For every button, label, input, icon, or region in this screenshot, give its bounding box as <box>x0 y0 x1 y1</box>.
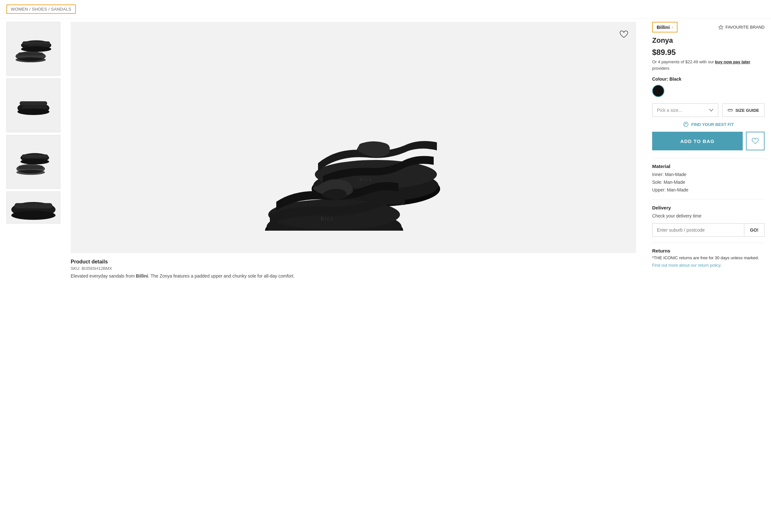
bnpl-suffix: providers <box>652 66 669 71</box>
material-inner: Inner: Man-Made <box>652 171 765 179</box>
wishlist-heart-button[interactable] <box>618 28 630 40</box>
svg-rect-9 <box>22 105 47 109</box>
add-to-wishlist-button[interactable] <box>746 132 765 150</box>
svg-rect-12 <box>22 155 48 158</box>
heart-icon <box>752 138 759 144</box>
returns-note: *THE ICONIC returns are free for 30 days… <box>652 255 765 260</box>
add-to-bag-button[interactable]: ADD TO BAG <box>652 132 743 150</box>
bnpl-link[interactable]: buy now pay later <box>715 59 750 64</box>
returns-title: Returns <box>652 248 765 253</box>
svg-point-34 <box>684 122 688 127</box>
delivery-section: Delivery Check your delivery time GO! <box>652 205 765 237</box>
bnpl-prefix: Or 4 payments of $22.49 with our <box>652 59 715 64</box>
brand-link[interactable]: Billini › <box>652 22 678 32</box>
divider-1 <box>652 158 765 158</box>
svg-rect-5 <box>18 52 43 55</box>
svg-point-13 <box>21 159 49 164</box>
colour-value: Black <box>669 76 681 82</box>
product-description: Elevated everyday sandals from Billini. … <box>71 273 636 279</box>
product-price: $89.95 <box>652 48 765 57</box>
divider-2 <box>652 199 765 200</box>
breadcrumb-bar: WOMEN / SHOES / SANDALS <box>0 0 771 19</box>
fit-icon <box>683 121 689 127</box>
delivery-go-label: GO! <box>750 227 758 233</box>
find-fit-label: FIND YOUR BEST FIT <box>691 122 734 127</box>
colour-label: Colour: Black <box>652 76 765 82</box>
product-name: Zonya <box>652 36 765 45</box>
ruler-icon <box>728 108 733 113</box>
svg-rect-8 <box>20 101 47 105</box>
brand-name: Billini <box>657 24 670 30</box>
size-placeholder: Pick a size... <box>657 108 682 113</box>
svg-point-10 <box>17 108 49 115</box>
chevron-down-icon <box>709 109 713 112</box>
material-upper: Upper: Man-Made <box>652 186 765 194</box>
material-sole: Sole: Man-Made <box>652 179 765 186</box>
size-select[interactable]: Pick a size... <box>652 103 718 117</box>
colour-swatches <box>652 85 765 97</box>
thumbnail-3[interactable] <box>6 135 60 189</box>
material-section: Material Inner: Man-Made Sole: Man-Made … <box>652 164 765 194</box>
svg-rect-18 <box>14 203 53 208</box>
delivery-title: Delivery <box>652 205 765 210</box>
divider-3 <box>652 243 765 243</box>
svg-line-35 <box>685 125 685 125</box>
add-to-bag-label: ADD TO BAG <box>680 138 715 144</box>
svg-text:BILL: BILL <box>360 177 373 182</box>
chevron-right-icon: › <box>672 25 673 30</box>
favourite-brand-label: FAVOURITE BRAND <box>725 25 765 30</box>
delivery-subtitle: Check your delivery time <box>652 212 765 220</box>
size-guide-label: SIZE GUIDE <box>735 108 759 113</box>
delivery-go-button[interactable]: GO! <box>744 224 764 236</box>
delivery-input-row: GO! <box>652 223 765 237</box>
thumbnail-list <box>6 19 64 282</box>
breadcrumb[interactable]: WOMEN / SHOES / SANDALS <box>6 4 76 14</box>
product-sku: SKU: BI358SH12BMX <box>71 266 636 271</box>
size-guide-button[interactable]: SIZE GUIDE <box>722 103 765 117</box>
bnpl-text: Or 4 payments of $22.49 with our buy now… <box>652 59 765 71</box>
delivery-postcode-input[interactable] <box>652 224 744 236</box>
brand-row: Billini › FAVOURITE BRAND <box>652 22 765 32</box>
page-layout: BILL BILL <box>0 19 771 291</box>
add-to-bag-row: ADD TO BAG <box>652 132 765 150</box>
product-main-image: BILL BILL <box>263 44 443 231</box>
svg-text:BILL: BILL <box>321 217 334 221</box>
svg-point-16 <box>16 170 45 175</box>
product-details-section: Product details SKU: BI358SH12BMX Elevat… <box>71 253 636 279</box>
svg-point-6 <box>15 58 46 62</box>
right-panel: Billini › FAVOURITE BRAND Zonya $89.95 O… <box>643 19 765 282</box>
returns-section: Returns *THE ICONIC returns are free for… <box>652 248 765 268</box>
star-icon <box>718 25 723 30</box>
main-image-area: BILL BILL <box>64 19 643 282</box>
returns-policy-link[interactable]: Find out more about our return policy. <box>652 263 722 268</box>
colour-swatch-black[interactable] <box>652 85 664 97</box>
thumbnail-1[interactable] <box>6 22 60 76</box>
find-best-fit-button[interactable]: FIND YOUR BEST FIT <box>652 121 765 127</box>
favourite-brand-button[interactable]: FAVOURITE BRAND <box>718 25 765 30</box>
material-title: Material <box>652 164 765 169</box>
product-details-title: Product details <box>71 259 636 265</box>
svg-rect-15 <box>18 165 43 169</box>
svg-point-3 <box>21 46 51 52</box>
thumbnail-4[interactable] <box>6 191 60 224</box>
main-image-container: BILL BILL <box>71 22 636 253</box>
thumbnail-2[interactable] <box>6 78 60 132</box>
svg-point-19 <box>11 210 56 219</box>
size-row: Pick a size... SIZE GUIDE <box>652 103 765 117</box>
breadcrumb-text: WOMEN / SHOES / SANDALS <box>11 7 71 12</box>
